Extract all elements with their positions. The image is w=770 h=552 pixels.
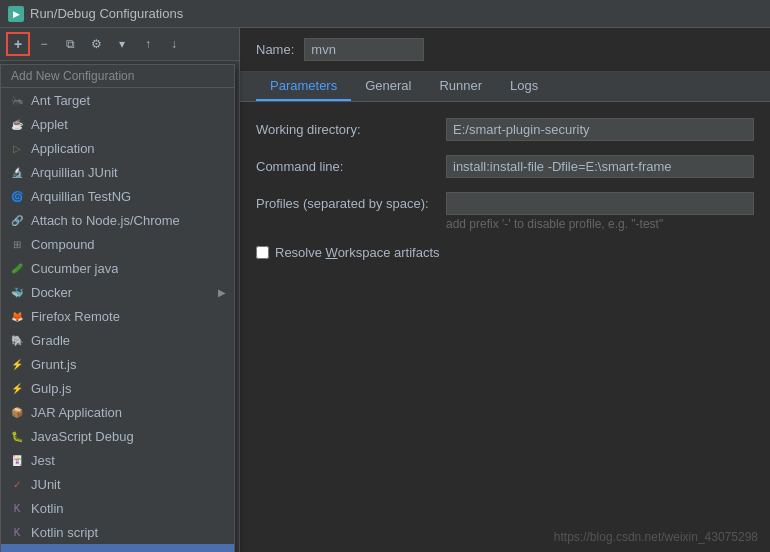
arrow-down-move-icon: ↓	[171, 37, 177, 51]
compound-icon: ⊞	[9, 236, 25, 252]
junit-label: JUnit	[31, 477, 61, 492]
form-area: Working directory: Command line: Profile…	[240, 102, 770, 552]
kotlin-script-icon: K	[9, 524, 25, 540]
applet-icon: ☕	[9, 116, 25, 132]
profiles-input[interactable]	[446, 192, 754, 215]
app-icon: ▶	[8, 6, 24, 22]
list-item-applet[interactable]: ☕Applet	[1, 112, 234, 136]
remove-configuration-button[interactable]: −	[32, 32, 56, 56]
gulpjs-icon: ⚡	[9, 380, 25, 396]
right-panel: Name: ParametersGeneralRunnerLogs Workin…	[240, 28, 770, 552]
list-item-arquillian-junit[interactable]: 🔬Arquillian JUnit	[1, 160, 234, 184]
junit-icon: ✓	[9, 476, 25, 492]
minus-icon: −	[40, 37, 47, 51]
tab-logs[interactable]: Logs	[496, 72, 552, 101]
tab-runner[interactable]: Runner	[425, 72, 496, 101]
javascript-debug-label: JavaScript Debug	[31, 429, 134, 444]
arquillian-testng-label: Arquillian TestNG	[31, 189, 131, 204]
kotlin-script-label: Kotlin script	[31, 525, 98, 540]
arrow-up-icon: ↑	[145, 37, 151, 51]
resolve-workspace-label[interactable]: Resolve Workspace artifacts	[275, 245, 440, 260]
resolve-workspace-checkbox[interactable]	[256, 246, 269, 259]
firefox-remote-icon: 🦊	[9, 308, 25, 324]
kotlin-icon: K	[9, 500, 25, 516]
jar-application-icon: 📦	[9, 404, 25, 420]
firefox-remote-label: Firefox Remote	[31, 309, 120, 324]
title-bar-text: Run/Debug Configurations	[30, 6, 183, 21]
arquillian-junit-label: Arquillian JUnit	[31, 165, 118, 180]
gruntjs-icon: ⚡	[9, 356, 25, 372]
list-item-gruntjs[interactable]: ⚡Grunt.js	[1, 352, 234, 376]
list-item-docker[interactable]: 🐳Docker▶	[1, 280, 234, 304]
application-icon: ▷	[9, 140, 25, 156]
javascript-debug-icon: 🐛	[9, 428, 25, 444]
working-directory-input[interactable]	[446, 118, 754, 141]
gradle-label: Gradle	[31, 333, 70, 348]
dropdown-header: Add New Configuration	[1, 65, 234, 88]
cucumber-java-icon: 🥒	[9, 260, 25, 276]
list-item-jest[interactable]: 🃏Jest	[1, 448, 234, 472]
ant-target-icon: 🐜	[9, 92, 25, 108]
list-item-firefox-remote[interactable]: 🦊Firefox Remote	[1, 304, 234, 328]
list-item-kotlin-script[interactable]: KKotlin script	[1, 520, 234, 544]
resolve-workspace-row: Resolve Workspace artifacts	[256, 245, 754, 260]
watermark: https://blog.csdn.net/weixin_43075298	[554, 530, 758, 544]
cucumber-java-label: Cucumber java	[31, 261, 118, 276]
tab-general[interactable]: General	[351, 72, 425, 101]
jest-label: Jest	[31, 453, 55, 468]
docker-icon: 🐳	[9, 284, 25, 300]
move-down-button[interactable]: ↓	[162, 32, 186, 56]
list-item-kotlin[interactable]: KKotlin	[1, 496, 234, 520]
add-configuration-button[interactable]: +	[6, 32, 30, 56]
toolbar: + − ⧉ ⚙ ▾ ↑ ↓	[0, 28, 239, 61]
name-label: Name:	[256, 42, 294, 57]
name-input[interactable]	[304, 38, 424, 61]
plus-icon: +	[14, 36, 22, 52]
docker-label: Docker	[31, 285, 72, 300]
tab-parameters[interactable]: Parameters	[256, 72, 351, 101]
gradle-icon: 🐘	[9, 332, 25, 348]
title-bar: ▶ Run/Debug Configurations	[0, 0, 770, 28]
list-item-junit[interactable]: ✓JUnit	[1, 472, 234, 496]
attach-nodejs-label: Attach to Node.js/Chrome	[31, 213, 180, 228]
list-item-arquillian-testng[interactable]: 🌀Arquillian TestNG	[1, 184, 234, 208]
application-label: Application	[31, 141, 95, 156]
list-item-cucumber-java[interactable]: 🥒Cucumber java	[1, 256, 234, 280]
settings-button[interactable]: ⚙	[84, 32, 108, 56]
arrow-down-button[interactable]: ▾	[110, 32, 134, 56]
working-directory-row: Working directory:	[256, 118, 754, 141]
command-line-label: Command line:	[256, 155, 436, 174]
arquillian-testng-icon: 🌀	[9, 188, 25, 204]
list-item-gulpjs[interactable]: ⚡Gulp.js	[1, 376, 234, 400]
list-item-maven[interactable]: mMaven	[1, 544, 234, 552]
maven-label: Maven	[31, 549, 70, 553]
gruntjs-label: Grunt.js	[31, 357, 77, 372]
list-item-javascript-debug[interactable]: 🐛JavaScript Debug	[1, 424, 234, 448]
attach-nodejs-icon: 🔗	[9, 212, 25, 228]
maven-icon: m	[9, 548, 25, 552]
list-item-jar-application[interactable]: 📦JAR Application	[1, 400, 234, 424]
applet-label: Applet	[31, 117, 68, 132]
list-item-ant-target[interactable]: 🐜Ant Target	[1, 88, 234, 112]
command-line-input[interactable]	[446, 155, 754, 178]
move-up-button[interactable]: ↑	[136, 32, 160, 56]
list-item-application[interactable]: ▷Application	[1, 136, 234, 160]
tabs-bar: ParametersGeneralRunnerLogs	[240, 72, 770, 102]
configuration-list: 🐜Ant Target☕Applet▷Application🔬Arquillia…	[1, 88, 234, 552]
copy-configuration-button[interactable]: ⧉	[58, 32, 82, 56]
left-panel: + − ⧉ ⚙ ▾ ↑ ↓ Add New Configuration	[0, 28, 240, 552]
list-item-compound[interactable]: ⊞Compound	[1, 232, 234, 256]
ant-target-label: Ant Target	[31, 93, 90, 108]
gulpjs-label: Gulp.js	[31, 381, 71, 396]
jar-application-label: JAR Application	[31, 405, 122, 420]
docker-arrow-icon: ▶	[218, 287, 226, 298]
profiles-row: Profiles (separated by space): add prefi…	[256, 192, 754, 231]
name-row: Name:	[240, 28, 770, 72]
profiles-hint: add prefix '-' to disable profile, e.g. …	[446, 215, 754, 231]
list-item-attach-nodejs[interactable]: 🔗Attach to Node.js/Chrome	[1, 208, 234, 232]
list-item-gradle[interactable]: 🐘Gradle	[1, 328, 234, 352]
kotlin-label: Kotlin	[31, 501, 64, 516]
chevron-down-icon: ▾	[119, 37, 125, 51]
gear-icon: ⚙	[91, 37, 102, 51]
compound-label: Compound	[31, 237, 95, 252]
